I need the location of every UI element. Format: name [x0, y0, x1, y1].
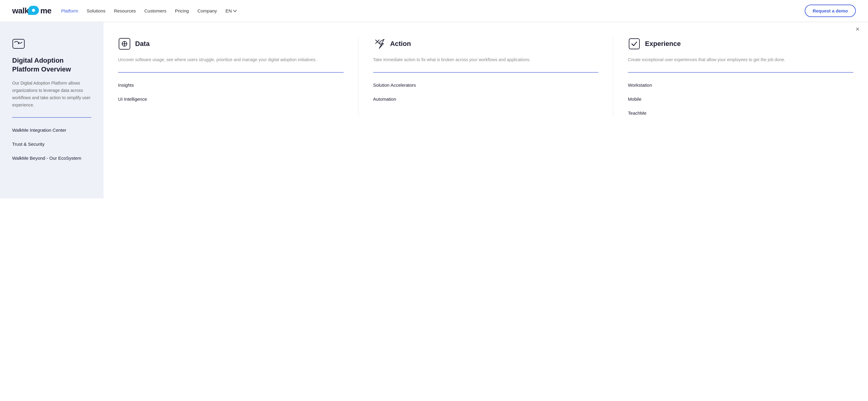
nav-link-solutions[interactable]: Solutions [87, 8, 105, 13]
action-col-links: Solution Accelerators Automation [373, 83, 599, 102]
list-item[interactable]: Automation [373, 96, 599, 102]
ui-intelligence-link[interactable]: UI Intelligence [118, 96, 147, 102]
nav-item-pricing[interactable]: Pricing [175, 8, 189, 14]
action-col-divider [373, 72, 599, 73]
experience-icon [628, 37, 641, 50]
experience-col-links: Workstation Mobile TeachMe [628, 83, 854, 116]
svg-point-4 [124, 43, 125, 44]
navbar: walk me Platform Solutions Resources Cus… [0, 0, 868, 22]
action-icon [373, 37, 386, 50]
navbar-left: walk me Platform Solutions Resources Cus… [12, 6, 237, 16]
nav-links: Platform Solutions Resources Customers P… [61, 8, 237, 14]
nav-item-resources[interactable]: Resources [114, 8, 136, 14]
integration-center-link[interactable]: WalkMe Integration Center [12, 127, 66, 133]
data-col-desc: Uncover software usage, see where users … [118, 56, 344, 64]
experience-col-divider [628, 72, 854, 73]
trust-security-link[interactable]: Trust & Security [12, 142, 44, 147]
nav-item-lang[interactable]: EN [225, 8, 237, 13]
experience-col-title: Experience [645, 40, 681, 48]
nav-item-platform[interactable]: Platform [61, 8, 78, 14]
list-item[interactable]: WalkMe Integration Center [12, 127, 91, 133]
logo-bubble [28, 6, 40, 16]
logo-text-2: me [40, 6, 52, 16]
dropdown-sidebar: Digital Adoption Platform Overview Our D… [0, 22, 103, 198]
svg-rect-7 [629, 39, 640, 49]
data-column: Data Uncover software usage, see where u… [103, 37, 358, 116]
insights-link[interactable]: Insights [118, 83, 134, 88]
data-col-divider [118, 72, 344, 73]
nav-item-company[interactable]: Company [197, 8, 217, 14]
experience-col-desc: Create exceptional user experiences that… [628, 56, 854, 64]
action-col-desc: Take immediate action to fix what is bro… [373, 56, 599, 64]
list-item[interactable]: Insights [118, 83, 344, 88]
nav-link-pricing[interactable]: Pricing [175, 8, 189, 13]
ecosystem-link[interactable]: WalkMe Beyond - Our EcoSystem [12, 155, 81, 161]
request-demo-button[interactable]: Request a demo [805, 5, 856, 17]
action-column: Action Take immediate action to fix what… [358, 37, 613, 116]
svg-point-1 [18, 43, 19, 44]
sidebar-divider [12, 117, 91, 118]
language-selector[interactable]: EN [225, 8, 237, 13]
list-item[interactable]: Mobile [628, 96, 854, 102]
workstation-link[interactable]: Workstation [628, 83, 652, 88]
experience-col-header: Experience [628, 37, 854, 50]
list-item[interactable]: Solution Accelerators [373, 83, 599, 88]
list-item[interactable]: WalkMe Beyond - Our EcoSystem [12, 155, 91, 161]
nav-link-company[interactable]: Company [197, 8, 217, 13]
logo[interactable]: walk me [12, 6, 52, 16]
list-item[interactable]: Workstation [628, 83, 854, 88]
data-col-title: Data [135, 40, 150, 48]
data-col-links: Insights UI Intelligence [118, 83, 344, 102]
automation-link[interactable]: Automation [373, 96, 396, 102]
experience-column: Experience Create exceptional user exper… [613, 37, 868, 116]
nav-item-customers[interactable]: Customers [144, 8, 166, 14]
platform-dropdown: Digital Adoption Platform Overview Our D… [0, 22, 868, 198]
platform-overview-icon [12, 37, 91, 52]
nav-link-resources[interactable]: Resources [114, 8, 136, 13]
sidebar-links: WalkMe Integration Center Trust & Securi… [12, 127, 91, 161]
data-col-header: Data [118, 37, 344, 50]
dropdown-columns-wrapper: × Data Uncover software usage, see [103, 22, 868, 198]
logo-text: walk [12, 6, 29, 16]
mobile-link[interactable]: Mobile [628, 96, 641, 102]
solution-accelerators-link[interactable]: Solution Accelerators [373, 83, 416, 88]
sidebar-title: Digital Adoption Platform Overview [12, 56, 91, 73]
dropdown-columns: Data Uncover software usage, see where u… [103, 22, 868, 131]
nav-link-customers[interactable]: Customers [144, 8, 166, 13]
nav-link-platform[interactable]: Platform [61, 8, 78, 13]
list-item[interactable]: Trust & Security [12, 142, 91, 147]
list-item[interactable]: TeachMe [628, 111, 854, 116]
teachme-link[interactable]: TeachMe [628, 111, 646, 116]
nav-item-solutions[interactable]: Solutions [87, 8, 105, 14]
list-item[interactable]: UI Intelligence [118, 96, 344, 102]
action-col-title: Action [390, 40, 411, 48]
action-col-header: Action [373, 37, 599, 50]
chevron-down-icon [233, 9, 237, 13]
sidebar-description: Our Digital Adoption Platform allows org… [12, 80, 91, 109]
close-button[interactable]: × [856, 26, 860, 33]
data-icon [118, 37, 131, 50]
